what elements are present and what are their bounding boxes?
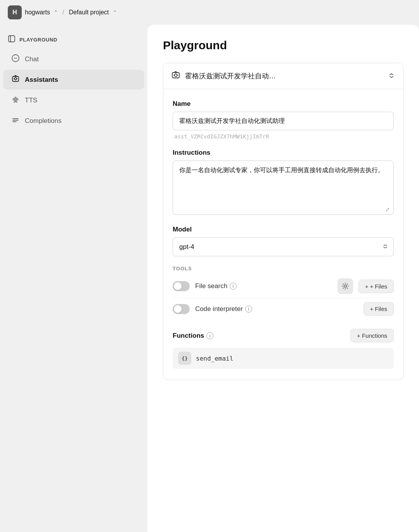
- svg-point-9: [17, 78, 17, 79]
- sidebar-item-completions[interactable]: Completions: [3, 111, 144, 131]
- chat-icon: [11, 54, 20, 64]
- name-label: Name: [173, 100, 394, 108]
- instructions-field-group: Instructions ⤢: [173, 149, 394, 216]
- svg-point-14: [175, 74, 177, 77]
- svg-point-15: [173, 75, 174, 76]
- svg-point-17: [344, 285, 346, 287]
- plus-icon: +: [365, 283, 369, 290]
- svg-point-16: [177, 75, 178, 76]
- sidebar-item-assistants[interactable]: Assistants: [3, 70, 144, 90]
- svg-point-5: [16, 58, 17, 59]
- tools-label: TOOLS: [173, 266, 394, 271]
- top-bar: H hogwarts ⌃ / Default project ⌃: [0, 0, 419, 25]
- assistant-header-icon: [171, 70, 180, 82]
- breadcrumb-separator: /: [62, 9, 64, 16]
- sidebar-section-playground: PLAYGROUND: [0, 31, 147, 48]
- textarea-wrapper: ⤢: [173, 161, 394, 216]
- main-layout: PLAYGROUND Chat: [0, 25, 419, 532]
- name-input[interactable]: [173, 112, 394, 130]
- instructions-textarea[interactable]: [173, 161, 394, 215]
- code-interpreter-row: Code interpreter i + Files: [173, 298, 394, 320]
- sidebar-chat-label: Chat: [25, 55, 39, 63]
- completions-icon: [11, 116, 20, 126]
- file-search-row: File search i + + Files: [173, 275, 394, 298]
- sidebar-item-chat[interactable]: Chat: [3, 49, 144, 69]
- functions-label: Functions i: [173, 332, 213, 340]
- org-initial: H: [12, 9, 17, 16]
- card-header: 霍格沃兹测试开发学社自动…: [163, 63, 403, 89]
- sidebar-assistants-label: Assistants: [25, 76, 58, 84]
- functions-section: Functions i + Functions {} send_email: [173, 329, 394, 369]
- assistants-icon: [11, 74, 20, 85]
- assistant-header-name: 霍格沃兹测试开发学社自动…: [185, 71, 276, 81]
- file-search-name: File search i: [195, 282, 332, 290]
- code-interpreter-name: Code interpreter i: [195, 305, 358, 313]
- model-select[interactable]: gpt-4: [173, 237, 394, 256]
- file-search-gear-button[interactable]: [338, 278, 353, 294]
- sidebar-completions-label: Completions: [25, 117, 62, 125]
- page-title: Playground: [163, 39, 403, 52]
- sidebar-tts-label: TTS: [25, 97, 37, 104]
- function-item: {} send_email: [173, 348, 394, 369]
- file-search-files-button[interactable]: + + Files: [358, 280, 394, 293]
- svg-rect-13: [172, 73, 179, 78]
- card-expand-icon[interactable]: [388, 72, 395, 81]
- instructions-label: Instructions: [173, 149, 394, 157]
- code-interpreter-info-icon[interactable]: i: [245, 306, 252, 313]
- tools-section: TOOLS File search i: [173, 266, 394, 320]
- code-interpreter-toggle[interactable]: [173, 304, 190, 314]
- add-functions-button[interactable]: + Functions: [350, 329, 394, 342]
- code-interpreter-files-button[interactable]: + Files: [364, 302, 394, 316]
- svg-point-3: [14, 58, 15, 59]
- expand-icon[interactable]: ⤢: [385, 206, 390, 212]
- assistant-card: 霍格沃兹测试开发学社自动… Name asst_VZRCvdIGJZX7hMW1…: [163, 63, 403, 380]
- org-avatar[interactable]: H: [8, 5, 22, 19]
- playground-icon: [8, 35, 16, 45]
- file-search-info-icon[interactable]: i: [230, 283, 237, 290]
- file-search-toggle[interactable]: [173, 281, 190, 291]
- plus-icon-2: +: [370, 306, 374, 312]
- model-label: Model: [173, 226, 394, 233]
- assistant-id: asst_VZRCvdIGJZX7hMW1KjjImTrR: [173, 133, 394, 140]
- model-select-wrapper: gpt-4: [173, 237, 394, 256]
- svg-point-7: [14, 78, 17, 80]
- functions-info-icon[interactable]: i: [206, 332, 213, 339]
- svg-rect-6: [12, 76, 19, 81]
- playground-label: PLAYGROUND: [19, 37, 57, 43]
- add-files-label-2: Files: [375, 306, 387, 312]
- function-braces-icon: {}: [182, 356, 188, 361]
- card-header-left: 霍格沃兹测试开发学社自动…: [171, 70, 276, 82]
- model-field-group: Model gpt-4: [173, 226, 394, 256]
- tts-icon: [11, 95, 20, 105]
- sidebar: PLAYGROUND Chat: [0, 25, 147, 532]
- project-name[interactable]: Default project: [69, 9, 109, 16]
- sidebar-item-tts[interactable]: TTS: [3, 90, 144, 110]
- name-field-group: Name asst_VZRCvdIGJZX7hMW1KjjImTrR: [173, 100, 394, 140]
- svg-point-8: [14, 78, 14, 79]
- content-area: Playground 霍格沃兹测试开发学社自动…: [147, 25, 419, 532]
- functions-header: Functions i + Functions: [173, 329, 394, 342]
- add-files-label: + Files: [370, 283, 387, 290]
- org-name[interactable]: hogwarts: [25, 9, 50, 16]
- org-chevron-icon[interactable]: ⌃: [54, 10, 58, 15]
- project-chevron-icon[interactable]: ⌃: [113, 10, 117, 15]
- function-icon-box: {}: [178, 352, 191, 365]
- add-functions-label: + Functions: [357, 332, 387, 339]
- svg-point-4: [15, 58, 16, 59]
- card-body: Name asst_VZRCvdIGJZX7hMW1KjjImTrR Instr…: [163, 89, 403, 380]
- function-name: send_email: [196, 355, 233, 362]
- svg-rect-0: [9, 36, 15, 42]
